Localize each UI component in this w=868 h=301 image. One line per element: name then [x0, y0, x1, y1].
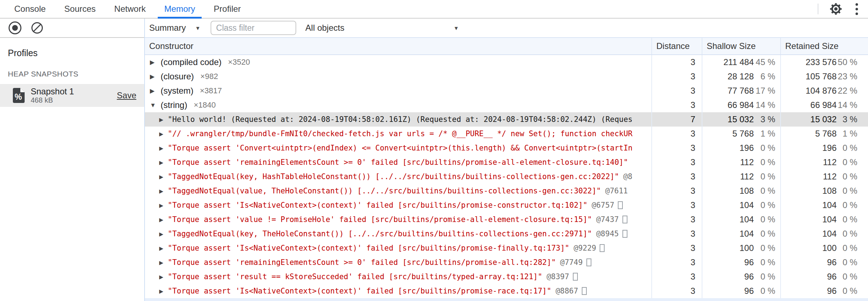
object-marker-icon[interactable]	[622, 216, 627, 223]
tab-profiler[interactable]: Profiler	[205, 0, 250, 18]
save-snapshot-link[interactable]: Save	[117, 90, 136, 100]
column-header-shallow-size[interactable]: Shallow Size	[702, 38, 781, 54]
distance-cell: 3	[652, 284, 702, 298]
expand-arrow-icon[interactable]: ▶	[159, 274, 168, 280]
collapse-arrow-icon[interactable]: ▼	[150, 102, 159, 108]
snapshot-list-item[interactable]: % Snapshot 1 468 kB Save	[0, 84, 144, 107]
constructor-cell: ▶"TaggedNotEqual(value, TheHoleConstant(…	[145, 184, 652, 198]
string-instance-row[interactable]: ▶"Torque assert 'Is<NativeContext>(conte…	[145, 241, 868, 255]
expand-arrow-icon[interactable]: ▶	[159, 217, 168, 222]
distance-cell: 3	[652, 198, 702, 212]
retained-size-value: 112	[781, 172, 837, 182]
shallow-size-value: 15 032	[702, 114, 754, 124]
string-value: "Torque assert 'remainingElementsCount >…	[168, 258, 556, 267]
string-instance-row[interactable]: ▶"Torque assert 'result == kStoreSuccede…	[145, 270, 868, 284]
retained-size-percent: 50 %	[837, 57, 868, 67]
devtools-tab-bar: ConsoleSourcesNetworkMemoryProfiler	[0, 0, 868, 19]
expand-arrow-icon[interactable]: ▶	[159, 174, 168, 179]
retained-size-cell: 960 %	[781, 270, 868, 284]
shallow-size-value: 112	[702, 172, 754, 182]
object-marker-icon[interactable]	[582, 287, 587, 295]
expand-arrow-icon[interactable]: ▶	[159, 260, 168, 265]
string-instance-row[interactable]: ▶"Torque assert 'Convert<uintptr>(endInd…	[145, 141, 868, 155]
expand-arrow-icon[interactable]: ▶	[159, 231, 168, 237]
expand-arrow-icon[interactable]: ▶	[159, 131, 168, 137]
constructor-group-row[interactable]: ▶(system)×3817377 76817 %104 87622 %	[145, 84, 868, 98]
object-marker-icon[interactable]	[573, 273, 578, 281]
distance-cell: 3	[652, 227, 702, 241]
overflow-menu-icon[interactable]	[853, 2, 860, 16]
retained-size-value: 96	[781, 272, 837, 282]
retained-size-value: 104 876	[781, 86, 837, 96]
expand-arrow-icon[interactable]: ▶	[150, 88, 159, 94]
shallow-size-cell: 1080 %	[702, 184, 781, 198]
retained-size-value: 15 032	[781, 114, 837, 124]
constructor-name: (closure)	[161, 71, 194, 82]
distance-cell: 3	[652, 55, 702, 69]
heap-snapshot-file-icon: %	[12, 88, 25, 103]
perspective-select[interactable]: Summary ▼	[149, 23, 201, 33]
constructor-cell: ▶"Torque assert 'result == kStoreSuccede…	[145, 270, 652, 284]
object-filter-value: All objects	[306, 23, 344, 33]
object-marker-icon[interactable]	[618, 201, 623, 209]
retained-size-cell: 233 57650 %	[781, 55, 868, 69]
retained-size-value: 5 768	[781, 129, 837, 139]
tab-memory[interactable]: Memory	[155, 0, 205, 18]
string-instance-row[interactable]: ▶"Torque assert 'remainingElementsCount …	[145, 255, 868, 270]
string-instance-row[interactable]: ▶"Torque assert 'Is<NativeContext>(conte…	[145, 284, 868, 298]
string-instance-row[interactable]: ▶"// .wrangler/tmp/bundle-FmNIt0/checked…	[145, 127, 868, 141]
shallow-size-value: 96	[702, 286, 754, 296]
string-instance-row[interactable]: ▶"Torque assert 'Is<NativeContext>(conte…	[145, 198, 868, 212]
string-instance-row[interactable]: ▶"Hello world! (Requested at: 2024-08-19…	[145, 112, 868, 127]
object-marker-icon[interactable]	[622, 230, 627, 238]
constructor-group-row[interactable]: ▼(string)×1840366 98414 %66 98414 %	[145, 98, 868, 112]
shallow-size-value: 66 984	[702, 100, 754, 110]
column-header-retained-size[interactable]: Retained Size	[781, 38, 868, 54]
string-instance-row[interactable]: ▶"TaggedNotEqual(key, TheHoleConstant())…	[145, 227, 868, 241]
object-filter-select[interactable]: All objects ▼	[306, 23, 459, 33]
class-filter-input[interactable]	[211, 21, 296, 35]
expand-arrow-icon[interactable]: ▶	[150, 74, 159, 80]
shallow-size-value: 77 768	[702, 86, 754, 96]
snapshot-info: Snapshot 1 468 kB	[31, 87, 74, 105]
tab-network[interactable]: Network	[105, 0, 155, 18]
instance-count: ×982	[200, 72, 218, 81]
expand-arrow-icon[interactable]: ▶	[159, 160, 168, 165]
expand-arrow-icon[interactable]: ▶	[150, 59, 159, 65]
settings-gear-icon[interactable]	[829, 2, 843, 16]
retained-size-percent: 3 %	[837, 114, 868, 124]
retained-size-percent: 0 %	[837, 257, 868, 267]
retained-size-percent: 14 %	[837, 100, 868, 110]
column-header-distance[interactable]: Distance	[652, 38, 702, 54]
constructor-group-row[interactable]: ▶(compiled code)×35203211 48445 %233 576…	[145, 55, 868, 69]
string-instance-row[interactable]: ▶"TaggedNotEqual(value, TheHoleConstant(…	[145, 184, 868, 198]
string-instance-row[interactable]: ▶"TaggedNotEqual(key, HashTableHoleConst…	[145, 169, 868, 184]
expand-arrow-icon[interactable]: ▶	[159, 203, 168, 208]
object-marker-icon[interactable]	[586, 258, 591, 266]
retained-size-cell: 1040 %	[781, 227, 868, 241]
constructor-group-row[interactable]: ▶(closure)×982328 1286 %105 76823 %	[145, 69, 868, 84]
record-heap-snapshot-icon[interactable]	[9, 21, 21, 34]
tab-sources[interactable]: Sources	[55, 0, 105, 18]
retained-size-value: 100	[781, 243, 837, 253]
sidebar-title: Profiles	[0, 38, 144, 58]
expand-arrow-icon[interactable]: ▶	[159, 145, 168, 151]
shallow-size-percent: 0 %	[754, 172, 780, 182]
retained-size-cell: 66 98414 %	[781, 98, 868, 112]
string-instance-row[interactable]: ▶"Torque assert 'value != PromiseHole' f…	[145, 212, 868, 227]
shallow-size-cell: 1040 %	[702, 227, 781, 241]
expand-arrow-icon[interactable]: ▶	[159, 288, 168, 294]
string-instance-row[interactable]: ▶"Torque assert 'remainingElementsCount …	[145, 155, 868, 169]
shallow-size-cell: 960 %	[702, 284, 781, 298]
column-header-constructor[interactable]: Constructor	[145, 38, 652, 54]
expand-arrow-icon[interactable]: ▶	[159, 188, 168, 194]
expand-arrow-icon[interactable]: ▶	[159, 246, 168, 251]
object-marker-icon[interactable]	[600, 244, 605, 252]
tab-console[interactable]: Console	[5, 0, 55, 18]
expand-arrow-icon[interactable]: ▶	[159, 117, 168, 122]
retained-size-value: 105 768	[781, 71, 837, 82]
clear-profiles-icon[interactable]	[31, 21, 44, 34]
chevron-down-icon: ▼	[195, 25, 201, 31]
shallow-size-cell: 5 7681 %	[702, 127, 781, 141]
shallow-size-percent: 0 %	[754, 186, 780, 196]
